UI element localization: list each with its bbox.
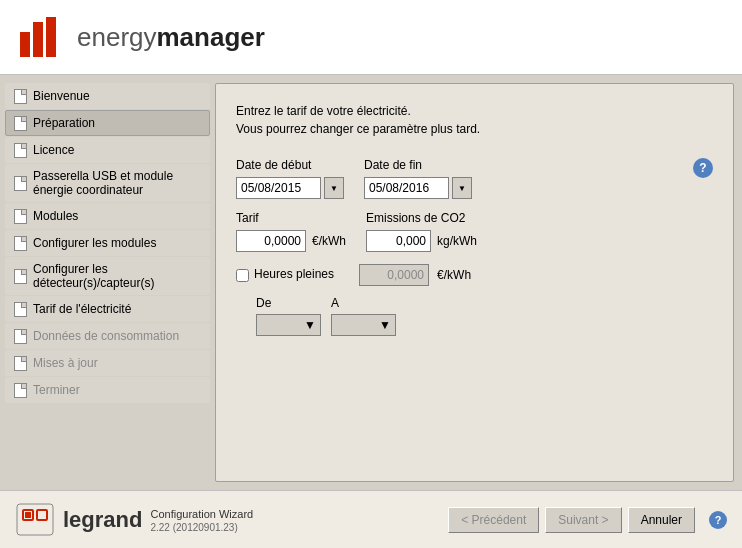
sidebar-icon-preparation (12, 115, 28, 131)
sidebar-item-bienvenue[interactable]: Bienvenue (5, 83, 210, 109)
svg-rect-0 (20, 32, 30, 57)
precedent-button[interactable]: < Précédent (448, 507, 539, 533)
sidebar-icon-configurer-modules (12, 235, 28, 251)
date-fin-group: Date de fin ▼ (364, 158, 472, 199)
date-fin-dropdown[interactable]: ▼ (452, 177, 472, 199)
sidebar-icon-bienvenue (12, 88, 28, 104)
sidebar-label-preparation: Préparation (33, 116, 95, 130)
bottom-buttons: < Précédent Suivant > Annuler ? (448, 507, 727, 533)
date-row: Date de début ▼ Date de fin ▼ ? (236, 158, 713, 199)
emissions-input-group: kg/kWh (366, 230, 477, 252)
heures-pleines-checkbox[interactable] (236, 269, 249, 282)
heures-pleines-row: Heures pleines €/kWh (236, 264, 713, 286)
sidebar-label-bienvenue: Bienvenue (33, 89, 90, 103)
sidebar-label-modules: Modules (33, 209, 78, 223)
help-icon[interactable]: ? (693, 158, 713, 178)
legrand-name: legrand (63, 507, 142, 533)
form-section: Date de début ▼ Date de fin ▼ ? (236, 158, 713, 336)
date-fin-input[interactable] (364, 177, 449, 199)
sidebar-icon-configurer-detecteurs (12, 268, 28, 284)
de-label: De (256, 296, 321, 310)
sidebar-label-passerella: Passerella USB et module énergie coordin… (33, 169, 203, 197)
a-label: A (331, 296, 396, 310)
tarif-unit: €/kWh (312, 234, 346, 248)
sidebar-item-configurer-modules[interactable]: Configurer les modules (5, 230, 210, 256)
emissions-group: Emissions de CO2 kg/kWh (366, 211, 477, 252)
app-title: energymanager (77, 22, 265, 53)
svg-rect-1 (33, 22, 43, 57)
legrand-logo-icon (15, 502, 55, 537)
emissions-input[interactable] (366, 230, 431, 252)
date-debut-group: Date de début ▼ (236, 158, 344, 199)
date-fin-input-group: ▼ (364, 177, 472, 199)
date-fin-label: Date de fin (364, 158, 472, 172)
bottom-bar: legrand Configuration Wizard 2.22 (20120… (0, 490, 742, 548)
de-a-row: De ▼ A ▼ (256, 296, 713, 336)
sidebar-item-donnees: Données de consommation (5, 323, 210, 349)
sidebar-label-configurer-detecteurs: Configurer les détecteur(s)/capteur(s) (33, 262, 203, 290)
sidebar-item-terminer: Terminer (5, 377, 210, 403)
date-debut-dropdown[interactable]: ▼ (324, 177, 344, 199)
date-debut-input-group: ▼ (236, 177, 344, 199)
emissions-unit: kg/kWh (437, 234, 477, 248)
sidebar-icon-donnees (12, 328, 28, 344)
sidebar-label-tarif: Tarif de l'électricité (33, 302, 131, 316)
svg-rect-6 (37, 510, 47, 520)
bottom-help-icon[interactable]: ? (709, 511, 727, 529)
tarif-label: Tarif (236, 211, 346, 225)
de-select[interactable]: ▼ (256, 314, 321, 336)
app-title-energy: energy (77, 22, 157, 52)
app-title-manager: manager (157, 22, 265, 52)
annuler-button[interactable]: Annuler (628, 507, 695, 533)
title-bar: energymanager (0, 0, 742, 75)
content-panel: Entrez le tarif de votre électricité. Vo… (215, 83, 734, 482)
de-group: De ▼ (256, 296, 321, 336)
sidebar-item-licence[interactable]: Licence (5, 137, 210, 163)
emissions-label: Emissions de CO2 (366, 211, 477, 225)
sidebar-icon-terminer (12, 382, 28, 398)
sidebar-item-configurer-detecteurs[interactable]: Configurer les détecteur(s)/capteur(s) (5, 257, 210, 295)
sidebar-item-passerella[interactable]: Passerella USB et module énergie coordin… (5, 164, 210, 202)
svg-rect-5 (25, 512, 31, 518)
desc-line1: Entrez le tarif de votre électricité. (236, 102, 713, 120)
tarif-input[interactable] (236, 230, 306, 252)
sidebar-icon-modules (12, 208, 28, 224)
tarif-emissions-row: Tarif €/kWh Emissions de CO2 kg/kWh (236, 211, 713, 252)
main-area: BienvenuePréparationLicencePasserella US… (0, 75, 742, 490)
date-debut-label: Date de début (236, 158, 344, 172)
wizard-info: Configuration Wizard 2.22 (20120901.23) (150, 506, 253, 533)
tarif-input-group: €/kWh (236, 230, 346, 252)
sidebar-item-tarif[interactable]: Tarif de l'électricité (5, 296, 210, 322)
tarif-group: Tarif €/kWh (236, 211, 346, 252)
a-select[interactable]: ▼ (331, 314, 396, 336)
sidebar-item-mises: Mises à jour (5, 350, 210, 376)
heures-pleines-group: €/kWh (359, 264, 471, 286)
sidebar-label-terminer: Terminer (33, 383, 80, 397)
heures-pleines-unit: €/kWh (437, 268, 471, 282)
wizard-label: Configuration Wizard (150, 508, 253, 520)
sidebar-icon-passerella (12, 175, 28, 191)
sidebar-label-licence: Licence (33, 143, 74, 157)
heures-pleines-input (359, 264, 429, 286)
sidebar-item-preparation[interactable]: Préparation (5, 110, 210, 136)
sidebar-label-donnees: Données de consommation (33, 329, 179, 343)
date-debut-input[interactable] (236, 177, 321, 199)
svg-rect-2 (46, 17, 56, 57)
sidebar-icon-licence (12, 142, 28, 158)
sidebar-icon-tarif (12, 301, 28, 317)
heures-pleines-label: Heures pleines (254, 267, 334, 281)
version-label: 2.22 (20120901.23) (150, 522, 253, 533)
desc-line2: Vous pourrez changer ce paramètre plus t… (236, 120, 713, 138)
suivant-button[interactable]: Suivant > (545, 507, 621, 533)
content-description: Entrez le tarif de votre électricité. Vo… (236, 102, 713, 138)
sidebar-icon-mises (12, 355, 28, 371)
sidebar-label-mises: Mises à jour (33, 356, 98, 370)
sidebar: BienvenuePréparationLicencePasserella US… (0, 75, 215, 490)
a-group: A ▼ (331, 296, 396, 336)
legrand-logo: legrand (15, 502, 142, 537)
sidebar-item-modules[interactable]: Modules (5, 203, 210, 229)
app-logo-icon (15, 12, 65, 62)
sidebar-label-configurer-modules: Configurer les modules (33, 236, 156, 250)
